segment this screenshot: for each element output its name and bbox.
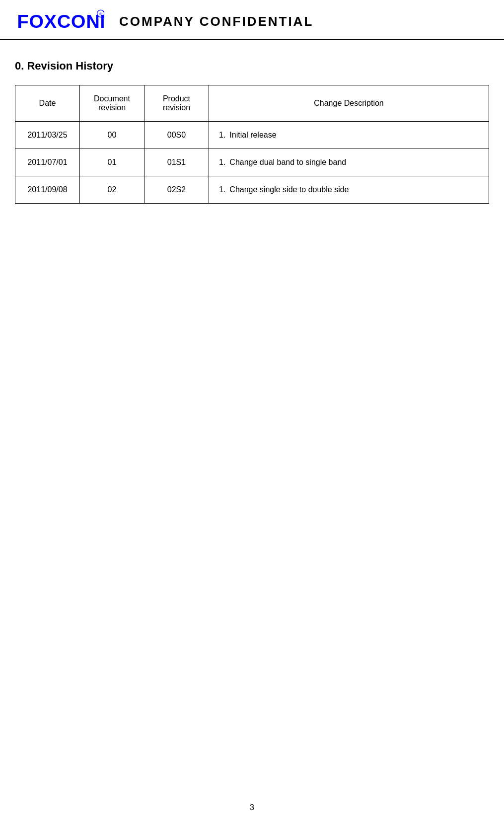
row3-doc-rev: 02 xyxy=(80,176,144,204)
col-header-product-revision: Productrevision xyxy=(144,85,209,122)
row1-description: 1.Initial release xyxy=(209,122,489,149)
row2-prod-rev: 01S1 xyxy=(144,149,209,176)
table-row: 2011/03/25 00 00S0 1.Initial release xyxy=(15,122,489,149)
row1-date: 2011/03/25 xyxy=(15,122,80,149)
table-row: 2011/07/01 01 01S1 1.Change dual band to… xyxy=(15,149,489,176)
row3-description: 1.Change single side to double side xyxy=(209,176,489,204)
row1-doc-rev: 00 xyxy=(80,122,144,149)
section-title: 0. Revision History xyxy=(15,60,489,73)
page-number: 3 xyxy=(250,803,254,812)
col-header-doc-revision: Documentrevision xyxy=(80,85,144,122)
row1-prod-rev: 00S0 xyxy=(144,122,209,149)
main-content: 0. Revision History Date Documentrevisio… xyxy=(0,40,504,224)
svg-text:®: ® xyxy=(99,12,102,16)
col-header-date: Date xyxy=(15,85,80,122)
row3-prod-rev: 02S2 xyxy=(144,176,209,204)
revision-history-table: Date Documentrevision Productrevision Ch… xyxy=(15,85,489,204)
header-title: COMPANY CONFIDENTIAL xyxy=(119,14,313,29)
page-header: FOXCONN ® COMPANY CONFIDENTIAL xyxy=(0,0,504,40)
svg-text:FOXCONN: FOXCONN xyxy=(17,11,105,32)
table-row: 2011/09/08 02 02S2 1.Change single side … xyxy=(15,176,489,204)
row3-date: 2011/09/08 xyxy=(15,176,80,204)
row2-doc-rev: 01 xyxy=(80,149,144,176)
company-logo: FOXCONN ® xyxy=(15,9,104,34)
row2-date: 2011/07/01 xyxy=(15,149,80,176)
row2-description: 1.Change dual band to single band xyxy=(209,149,489,176)
col-header-change-description: Change Description xyxy=(209,85,489,122)
